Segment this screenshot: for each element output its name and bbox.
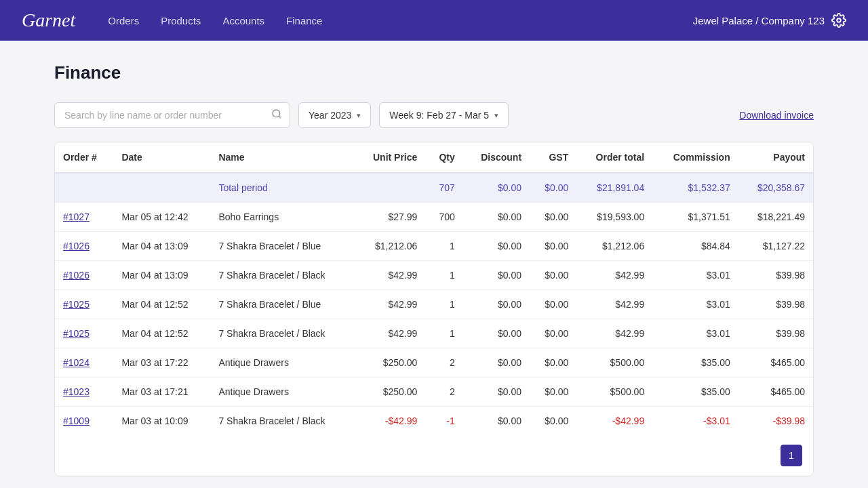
total-period-qty: 707: [425, 173, 462, 203]
row-qty: 2: [425, 348, 462, 378]
week-filter-dropdown[interactable]: Week 9: Feb 27 - Mar 5 ▾: [379, 102, 509, 128]
row-date: Mar 05 at 12:42: [113, 203, 210, 232]
row-unit-price: $42.99: [355, 319, 426, 348]
table-row: #1024 Mar 03 at 17:22 Antique Drawers $2…: [55, 348, 813, 378]
year-filter-label: Year 2023: [309, 110, 351, 121]
row-unit-price: $42.99: [355, 290, 426, 319]
page-title: Finance: [54, 62, 814, 83]
nav-orders[interactable]: Orders: [108, 15, 139, 26]
year-filter-chevron-icon: ▾: [357, 111, 361, 120]
row-commission: $84.84: [652, 232, 738, 261]
row-discount: $0.00: [463, 407, 530, 436]
order-link[interactable]: #1026: [63, 241, 90, 251]
row-gst: $0.00: [530, 290, 576, 319]
download-invoice-button[interactable]: Download invoice: [739, 110, 814, 121]
table-row: #1027 Mar 05 at 12:42 Boho Earrings $27.…: [55, 203, 813, 232]
row-qty: 1: [425, 261, 462, 290]
row-qty: 1: [425, 232, 462, 261]
col-order-total: Order total: [576, 142, 652, 173]
row-name: Boho Earrings: [210, 203, 354, 232]
nav-accounts[interactable]: Accounts: [222, 15, 264, 26]
row-order-total: $500.00: [576, 348, 652, 378]
row-date: Mar 04 at 12:52: [113, 290, 210, 319]
row-commission: -$3.01: [652, 407, 738, 436]
row-qty: 700: [425, 203, 462, 232]
row-name: 7 Shakra Bracelet / Blue: [210, 232, 354, 261]
row-payout: $465.00: [738, 378, 813, 407]
row-commission: $3.01: [652, 261, 738, 290]
col-gst: GST: [530, 142, 576, 173]
col-date: Date: [113, 142, 210, 173]
row-payout: $465.00: [738, 348, 813, 378]
page-1-button[interactable]: 1: [781, 445, 802, 466]
row-gst: $0.00: [530, 261, 576, 290]
order-link[interactable]: #1025: [63, 328, 90, 339]
row-payout: $18,221.49: [738, 203, 813, 232]
svg-line-2: [279, 116, 281, 118]
row-commission: $3.01: [652, 290, 738, 319]
finance-table: Order # Date Name Unit Price Qty Discoun…: [54, 142, 814, 476]
row-commission: $35.00: [652, 378, 738, 407]
order-link[interactable]: #1027: [63, 211, 90, 222]
row-payout: $39.98: [738, 290, 813, 319]
nav-finance[interactable]: Finance: [286, 15, 322, 26]
search-input[interactable]: [54, 102, 290, 128]
col-qty: Qty: [425, 142, 462, 173]
row-gst: $0.00: [530, 319, 576, 348]
row-unit-price: -$42.99: [355, 407, 426, 436]
row-qty: 1: [425, 319, 462, 348]
row-payout: $39.98: [738, 261, 813, 290]
row-payout: -$39.98: [738, 407, 813, 436]
row-order-total: $42.99: [576, 319, 652, 348]
pagination: 1: [55, 435, 813, 476]
table-row: #1026 Mar 04 at 13:09 7 Shakra Bracelet …: [55, 261, 813, 290]
row-date: Mar 04 at 13:09: [113, 261, 210, 290]
order-link[interactable]: #1026: [63, 270, 90, 281]
row-discount: $0.00: [463, 261, 530, 290]
row-date: Mar 04 at 13:09: [113, 232, 210, 261]
row-gst: $0.00: [530, 348, 576, 378]
row-gst: $0.00: [530, 407, 576, 436]
row-discount: $0.00: [463, 378, 530, 407]
order-link[interactable]: #1023: [63, 386, 90, 397]
search-wrapper: [54, 102, 290, 128]
total-period-payout: $20,358.67: [738, 173, 813, 203]
total-period-row: Total period 707 $0.00 $0.00 $21,891.04 …: [55, 173, 813, 203]
col-name: Name: [210, 142, 354, 173]
svg-point-0: [837, 18, 841, 22]
row-unit-price: $27.99: [355, 203, 426, 232]
row-name: 7 Shakra Bracelet / Black: [210, 319, 354, 348]
row-payout: $39.98: [738, 319, 813, 348]
row-date: Mar 03 at 17:22: [113, 348, 210, 378]
total-period-gst: $0.00: [530, 173, 576, 203]
total-period-commission: $1,532.37: [652, 173, 738, 203]
row-name: 7 Shakra Bracelet / Black: [210, 407, 354, 436]
table-row: #1009 Mar 03 at 10:09 7 Shakra Bracelet …: [55, 407, 813, 436]
row-gst: $0.00: [530, 203, 576, 232]
row-order-total: $1,212.06: [576, 232, 652, 261]
row-date: Mar 04 at 12:52: [113, 319, 210, 348]
row-unit-price: $250.00: [355, 378, 426, 407]
row-unit-price: $1,212.06: [355, 232, 426, 261]
table-row: #1023 Mar 03 at 17:21 Antique Drawers $2…: [55, 378, 813, 407]
order-link[interactable]: #1009: [63, 415, 90, 426]
row-order-total: $500.00: [576, 378, 652, 407]
nav-products[interactable]: Products: [161, 15, 201, 26]
row-payout: $1,127.22: [738, 232, 813, 261]
year-filter-dropdown[interactable]: Year 2023 ▾: [298, 102, 371, 128]
col-commission: Commission: [652, 142, 738, 173]
row-qty: 1: [425, 290, 462, 319]
row-order-total: $19,593.00: [576, 203, 652, 232]
row-discount: $0.00: [463, 203, 530, 232]
row-order-total: $42.99: [576, 290, 652, 319]
logo[interactable]: Garnet: [22, 9, 75, 31]
settings-icon[interactable]: [831, 13, 846, 28]
row-commission: $1,371.51: [652, 203, 738, 232]
row-name: Antique Drawers: [210, 378, 354, 407]
table-row: #1025 Mar 04 at 12:52 7 Shakra Bracelet …: [55, 319, 813, 348]
row-unit-price: $250.00: [355, 348, 426, 378]
order-link[interactable]: #1024: [63, 357, 90, 368]
order-link[interactable]: #1025: [63, 299, 90, 310]
row-name: 7 Shakra Bracelet / Black: [210, 261, 354, 290]
row-name: 7 Shakra Bracelet / Blue: [210, 290, 354, 319]
